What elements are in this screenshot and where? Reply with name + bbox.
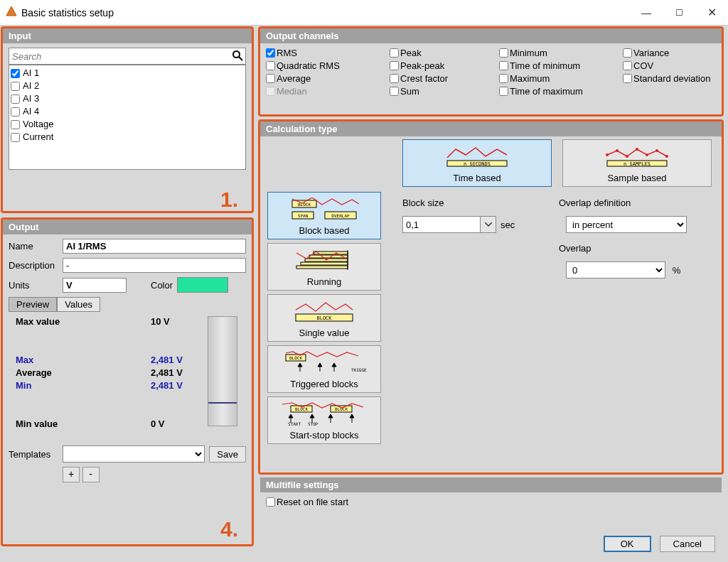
svg-rect-20 xyxy=(296,266,348,269)
output-channel-label: Sum xyxy=(400,86,419,97)
input-title: Input xyxy=(3,28,252,43)
tile-triggered-blocks[interactable]: BLOCK TRIGGERS Triggered blocks xyxy=(267,345,381,393)
svg-point-9 xyxy=(626,155,628,158)
color-swatch[interactable] xyxy=(177,277,228,293)
output-channel-item[interactable]: COV xyxy=(623,60,728,71)
avg-label: Average xyxy=(16,367,52,378)
output-channel-item[interactable]: Minimum xyxy=(499,48,620,58)
channel-label: Voltage xyxy=(23,118,53,131)
tile-block-based[interactable]: BLOCK SPAN OVERLAP Block based xyxy=(267,192,381,239)
output-channel-checkbox[interactable] xyxy=(499,61,508,70)
save-template-button[interactable]: Save xyxy=(209,446,246,463)
output-channel-checkbox[interactable] xyxy=(623,48,632,58)
overlap-label: Overlap xyxy=(559,243,592,254)
output-channel-checkbox[interactable] xyxy=(499,48,508,58)
overlap-def-label: Overlap definition xyxy=(559,198,631,208)
output-channel-checkbox[interactable] xyxy=(390,61,399,70)
output-channel-checkbox[interactable] xyxy=(499,74,508,83)
channel-item[interactable]: AI 3 xyxy=(11,92,244,105)
app-icon xyxy=(6,6,17,19)
reset-on-file-start[interactable]: Reset on file start xyxy=(266,497,716,507)
tile-sample-based[interactable]: n SAMPLES Sample based xyxy=(562,139,712,187)
close-button[interactable]: ✕ xyxy=(695,0,728,26)
tile-time-based[interactable]: n SECONDS Time based xyxy=(402,139,552,187)
output-channel-label: Variance xyxy=(633,48,669,58)
channel-item[interactable]: AI 1 xyxy=(11,67,244,80)
output-channel-checkbox[interactable] xyxy=(266,74,275,83)
svg-text:SPAN: SPAN xyxy=(298,213,309,218)
desc-input[interactable] xyxy=(63,258,246,273)
calc-type-group: Calculation type n SECONDS Time based n … xyxy=(260,121,722,472)
input-group: Input AI 1AI 2AI 3AI 4VoltageCurrent xyxy=(3,28,252,174)
output-channel-checkbox[interactable] xyxy=(623,61,632,70)
output-channel-checkbox[interactable] xyxy=(499,87,508,96)
tile-start-stop[interactable]: BLOCK BLOCK START STOP Start-stop blocks xyxy=(267,396,381,444)
channel-checkbox[interactable] xyxy=(11,120,20,129)
tile-single-value[interactable]: BLOCK Single value xyxy=(267,294,381,342)
output-channel-item[interactable]: Sum xyxy=(390,86,496,97)
ok-button[interactable]: OK xyxy=(604,536,651,552)
channel-item[interactable]: AI 2 xyxy=(11,80,244,92)
output-channel-checkbox[interactable] xyxy=(266,61,275,70)
output-channel-item[interactable]: RMS xyxy=(266,48,387,58)
channel-checkbox[interactable] xyxy=(11,69,20,78)
output-channel-item[interactable]: Maximum xyxy=(499,73,620,84)
search-icon[interactable] xyxy=(232,50,243,63)
channel-checkbox[interactable] xyxy=(11,94,20,104)
channel-label: AI 3 xyxy=(23,92,39,105)
svg-point-12 xyxy=(655,149,658,152)
output-channel-item[interactable]: Average xyxy=(266,73,387,84)
maximize-button[interactable]: ☐ xyxy=(663,0,695,26)
output-channels-grid: RMSPeakMinimumVarianceQuadratic RMSPeak-… xyxy=(266,48,716,97)
block-size-dropdown[interactable] xyxy=(481,216,496,233)
overlap-select[interactable]: 0 xyxy=(566,261,665,279)
tab-values[interactable]: Values xyxy=(57,297,100,312)
output-channel-item[interactable]: Crest factor xyxy=(390,73,496,84)
annot-4: 4. xyxy=(220,517,238,541)
output-channel-item[interactable]: Peak xyxy=(390,48,496,58)
channel-checkbox[interactable] xyxy=(11,133,20,142)
channel-checkbox[interactable] xyxy=(11,107,20,117)
overlap-def-select[interactable]: in percent xyxy=(566,216,687,233)
channel-checkbox[interactable] xyxy=(11,82,20,91)
desc-label: Description xyxy=(9,260,58,271)
output-channel-checkbox[interactable] xyxy=(623,74,632,83)
svg-point-1 xyxy=(233,51,240,58)
max-reading: 2,481 V xyxy=(151,355,183,365)
channel-list[interactable]: AI 1AI 2AI 3AI 4VoltageCurrent xyxy=(9,65,246,170)
output-channel-checkbox[interactable] xyxy=(390,74,399,83)
name-input[interactable] xyxy=(63,239,246,254)
search-input[interactable] xyxy=(9,48,246,65)
template-add-button[interactable]: + xyxy=(63,467,80,482)
output-channel-label: Crest factor xyxy=(400,73,448,84)
output-channel-checkbox[interactable] xyxy=(390,87,399,96)
block-size-input[interactable] xyxy=(402,216,481,233)
output-channel-item[interactable]: Time of minimum xyxy=(499,60,620,71)
channel-item[interactable]: Voltage xyxy=(11,118,244,131)
output-channel-checkbox[interactable] xyxy=(266,48,275,58)
output-channel-item[interactable]: Quadratic RMS xyxy=(266,60,387,71)
minimize-button[interactable]: — xyxy=(630,0,663,26)
cancel-button[interactable]: Cancel xyxy=(660,536,715,552)
svg-marker-33 xyxy=(318,363,322,367)
svg-text:BLOCK: BLOCK xyxy=(289,355,302,360)
output-channel-label: Quadratic RMS xyxy=(277,60,340,71)
output-channel-item[interactable]: Time of maximum xyxy=(499,86,620,97)
template-remove-button[interactable]: - xyxy=(82,467,100,482)
channel-item[interactable]: AI 4 xyxy=(11,105,244,118)
output-channel-checkbox[interactable] xyxy=(390,48,399,58)
output-channel-label: Time of minimum xyxy=(510,60,580,71)
tab-preview[interactable]: Preview xyxy=(9,297,57,312)
output-channel-item[interactable]: Peak-peak xyxy=(390,60,496,71)
output-channel-item[interactable]: Standard deviation xyxy=(623,73,728,84)
svg-line-2 xyxy=(239,57,242,60)
window-title: Basic statistics setup xyxy=(21,7,114,18)
tile-running[interactable]: Running xyxy=(267,243,381,291)
output-channel-label: Median xyxy=(277,86,307,97)
templates-label: Templates xyxy=(9,449,58,460)
output-channel-item[interactable]: Variance xyxy=(623,48,728,58)
channel-item[interactable]: Current xyxy=(11,131,244,144)
units-input[interactable] xyxy=(63,278,127,293)
templates-select[interactable] xyxy=(63,445,205,463)
search-wrap xyxy=(9,48,246,65)
